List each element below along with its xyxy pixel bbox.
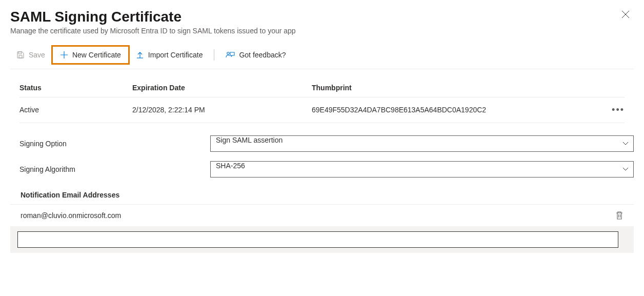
signing-options-form: Signing Option Sign SAML assertion Signi… <box>10 135 634 177</box>
row-actions-button[interactable]: ••• <box>612 105 625 115</box>
plus-icon <box>60 51 68 59</box>
svg-rect-0 <box>18 52 22 54</box>
feedback-label: Got feedback? <box>239 51 286 59</box>
close-icon <box>621 10 630 18</box>
toolbar-separator <box>214 49 214 61</box>
signing-algorithm-select[interactable]: SHA-256 <box>210 161 634 177</box>
email-list-item: roman@cluvio.onmicrosoft.com <box>10 204 634 226</box>
trash-icon <box>615 211 623 220</box>
signing-algorithm-label: Signing Algorithm <box>10 165 210 173</box>
command-bar: Save New Certificate Import Certificate … <box>10 45 634 69</box>
save-label: Save <box>29 51 45 59</box>
certificates-table: Status Expiration Date Thumbprint Active… <box>10 78 634 123</box>
cell-thumbprint: 69E49F55D32A4DA7BC98E613A5A64BDC0A1920C2 <box>312 106 604 114</box>
add-email-strip <box>10 226 634 253</box>
upload-icon <box>136 51 144 59</box>
notification-emails-heading: Notification Email Addresses <box>10 191 634 199</box>
page-title: SAML Signing Certificate <box>10 8 296 26</box>
cell-status: Active <box>19 106 132 114</box>
save-button: Save <box>10 48 51 62</box>
new-certificate-label: New Certificate <box>72 51 121 59</box>
table-header: Status Expiration Date Thumbprint <box>19 78 625 97</box>
save-icon <box>16 51 25 59</box>
import-certificate-label: Import Certificate <box>148 51 203 59</box>
delete-email-button[interactable] <box>614 210 625 221</box>
column-expiration: Expiration Date <box>132 84 312 92</box>
signing-option-select[interactable]: Sign SAML assertion <box>210 135 634 152</box>
column-status: Status <box>19 84 132 92</box>
page-subtitle: Manage the certificate used by Microsoft… <box>10 27 296 35</box>
new-certificate-button[interactable]: New Certificate <box>53 47 128 63</box>
add-email-input[interactable] <box>17 231 618 248</box>
cell-expiration: 2/12/2028, 2:22:14 PM <box>132 106 312 114</box>
new-certificate-highlight: New Certificate <box>51 45 130 65</box>
svg-point-2 <box>227 52 229 54</box>
feedback-icon <box>226 51 235 59</box>
panel-header: SAML Signing Certificate Manage the cert… <box>10 8 634 35</box>
ellipsis-icon: ••• <box>612 105 625 115</box>
feedback-button[interactable]: Got feedback? <box>219 48 292 62</box>
table-row: Active 2/12/2028, 2:22:14 PM 69E49F55D32… <box>19 97 625 123</box>
close-button[interactable] <box>617 8 634 21</box>
import-certificate-button[interactable]: Import Certificate <box>130 48 209 62</box>
column-thumbprint: Thumbprint <box>312 84 604 92</box>
email-address: roman@cluvio.onmicrosoft.com <box>21 211 121 220</box>
svg-rect-1 <box>19 55 22 58</box>
signing-option-label: Signing Option <box>10 140 210 148</box>
